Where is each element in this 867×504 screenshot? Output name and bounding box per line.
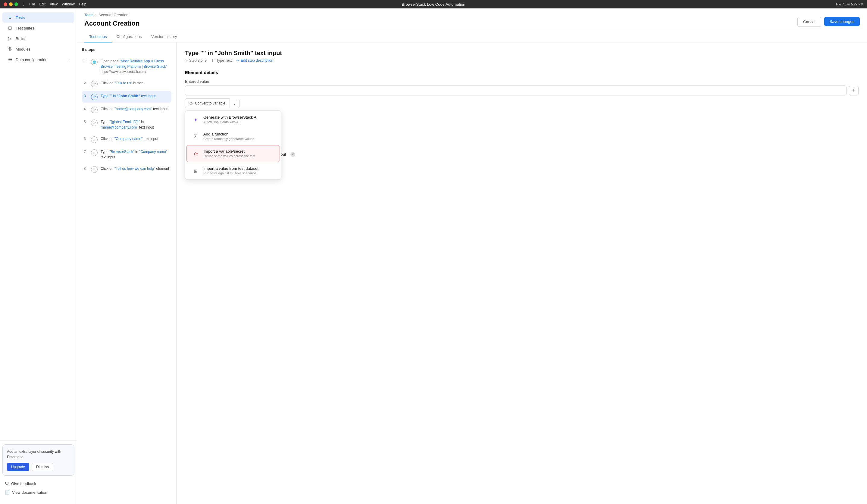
type-badge: Tr Type Text — [212, 58, 232, 63]
top-header: Tests › Account Creation Account Creatio… — [77, 9, 867, 31]
apple-icon:  — [23, 2, 24, 7]
close-btn[interactable] — [4, 2, 7, 6]
wait-time-row: Wait time secs Intelligent time-out ? — [185, 150, 858, 159]
content-area: 9 steps 1 🌐 Open page "Most Reliable App… — [77, 42, 867, 504]
menu-edit[interactable]: Edit — [39, 2, 45, 6]
window-title: BrowserStack Low Code Automation — [402, 2, 465, 7]
test-suites-icon: ⊞ — [7, 25, 13, 31]
step-item-1[interactable]: 1 🌐 Open page "Most Reliable App & Cross… — [82, 56, 171, 77]
step-badge-text: Step 3 of 9 — [189, 58, 207, 63]
dropdown-item-generate-ai[interactable]: ✦ Generate with BrowserStack AI Autofill… — [186, 111, 280, 128]
sidebar-item-tests[interactable]: ≡ Tests — [2, 12, 74, 23]
timeout-help-icon[interactable]: ? — [290, 152, 295, 157]
step-item-3[interactable]: 3 Tr Type "" in "John Smith" text input — [82, 91, 171, 103]
edit-icon: ✏ — [236, 58, 239, 63]
convert-dropdown-button[interactable]: ⌄ — [230, 99, 239, 108]
add-function-desc: Create randomly generated values — [203, 137, 254, 141]
import-dataset-desc: Run tests against multiple scenarios — [203, 171, 258, 175]
sidebar-item-label: Modules — [16, 47, 30, 52]
entered-value-row: + — [185, 86, 858, 96]
step-icon-8: Tr — [91, 166, 98, 173]
cancel-button[interactable]: Cancel — [798, 17, 821, 27]
step-item-8[interactable]: 8 Tr Click on "Tell us how we can help" … — [82, 164, 171, 175]
step-icon-6: Tr — [91, 136, 98, 143]
on-failure-section: On failure — [185, 164, 858, 169]
tab-test-steps[interactable]: Test steps — [84, 31, 112, 42]
breadcrumb-separator: › — [95, 13, 96, 17]
dropdown-item-import-variable[interactable]: ⟳ Import a variable/secret Reuse same va… — [186, 145, 280, 162]
dropdown-item-text-variable: Import a variable/secret Reuse same valu… — [204, 149, 255, 158]
dropdown-item-import-dataset[interactable]: ⊞ Import a value from test dataset Run t… — [186, 163, 280, 179]
step-icon-4: Tr — [91, 107, 98, 113]
sidebar-item-label: Data configuration — [16, 57, 47, 62]
sidebar: ≡ Tests ⊞ Test suites ▷ Builds ⇅ Modules… — [0, 9, 77, 504]
dismiss-button[interactable]: Dismiss — [32, 463, 53, 471]
step-num-6: 6 — [84, 137, 88, 141]
step-item-5[interactable]: 5 Tr Type "{global:Email ID}}" in "name@… — [82, 117, 171, 132]
override-locator-row: Override default locator ? — [185, 126, 858, 132]
element-configuration-section: Element configuration Override default l… — [185, 117, 858, 132]
sidebar-item-modules[interactable]: ⇅ Modules — [2, 44, 74, 54]
sidebar-item-test-suites[interactable]: ⊞ Test suites — [2, 23, 74, 33]
menu-window[interactable]: Window — [62, 2, 75, 6]
mac-titlebar:  File Edit View Window Help BrowserStac… — [0, 0, 867, 9]
header-left: Tests › Account Creation Account Creatio… — [84, 13, 139, 31]
tab-configurations[interactable]: Configurations — [112, 31, 147, 42]
step-text-6: Click on "Company name" text input — [100, 136, 158, 142]
app-layout: ≡ Tests ⊞ Test suites ▷ Builds ⇅ Modules… — [0, 9, 867, 504]
step-badge: ▷ Step 3 of 9 — [185, 58, 207, 63]
add-function-icon: Σ — [191, 132, 200, 141]
generate-ai-title: Generate with BrowserStack AI — [203, 115, 258, 120]
dropdown-item-text-function: Add a function Create randomly generated… — [203, 132, 254, 141]
enterprise-card: Add an extra layer of security with Ente… — [2, 445, 74, 476]
sidebar-nav: ≡ Tests ⊞ Test suites ▷ Builds ⇅ Modules… — [0, 12, 77, 438]
add-value-button[interactable]: + — [849, 86, 858, 96]
sidebar-item-label: Builds — [16, 36, 26, 41]
step-icon-1: 🌐 — [91, 59, 98, 65]
tab-version-history[interactable]: Version history — [147, 31, 182, 42]
step-settings-section: Step settings Wait time secs Intelligent… — [185, 140, 858, 159]
menu-help[interactable]: Help — [79, 2, 86, 6]
step-num-4: 4 — [84, 107, 88, 111]
dropdown-menu: ✦ Generate with BrowserStack AI Autofill… — [185, 110, 281, 180]
generate-ai-desc: Autofill input data with AI — [203, 120, 258, 124]
sidebar-item-label: Tests — [16, 15, 25, 20]
convert-to-variable-button[interactable]: ⟳ Convert to variable — [185, 98, 230, 108]
give-feedback-link[interactable]: 🗨 Give feedback — [2, 479, 74, 488]
tabs-bar: Test steps Configurations Version histor… — [77, 31, 867, 42]
mac-menu: File Edit View Window Help — [29, 2, 86, 6]
step-item-4[interactable]: 4 Tr Click on "name@company.com" text in… — [82, 104, 171, 116]
breadcrumb-parent[interactable]: Tests — [84, 13, 93, 17]
dropdown-item-add-function[interactable]: Σ Add a function Create randomly generat… — [186, 128, 280, 144]
page-title: Account Creation — [84, 20, 139, 28]
edit-link-label: Edit step description — [241, 58, 273, 63]
import-dataset-title: Import a value from test dataset — [203, 166, 258, 171]
save-changes-button[interactable]: Save changes — [824, 17, 860, 26]
step-item-7[interactable]: 7 Tr Type "BrowserStack" in "Company nam… — [82, 146, 171, 162]
minimize-btn[interactable] — [9, 2, 13, 6]
upgrade-button[interactable]: Upgrade — [7, 463, 29, 471]
element-details-section: Element details Entered value + ⟳ Conver… — [185, 70, 858, 108]
feedback-icon: 🗨 — [5, 481, 9, 486]
step-text-3: Type "" in "John Smith" text input — [100, 93, 156, 99]
step-item-2[interactable]: 2 Tr Click on "Talk to us" button — [82, 78, 171, 90]
maximize-btn[interactable] — [14, 2, 18, 6]
edit-step-description-link[interactable]: ✏ Edit step description — [236, 58, 273, 63]
menu-view[interactable]: View — [50, 2, 57, 6]
step-item-6[interactable]: 6 Tr Click on "Company name" text input — [82, 134, 171, 145]
enterprise-card-buttons: Upgrade Dismiss — [7, 463, 70, 471]
sidebar-item-data-configuration[interactable]: ☰ Data configuration › — [2, 55, 74, 65]
sidebar-item-label: Test suites — [16, 26, 34, 30]
sidebar-item-builds[interactable]: ▷ Builds — [2, 33, 74, 44]
entered-value-input[interactable] — [185, 86, 846, 96]
steps-count: 9 steps — [82, 47, 171, 52]
on-failure-title: On failure — [185, 164, 858, 169]
step-text-7: Type "BrowserStack" in "Company name" te… — [100, 149, 170, 160]
convert-icon: ⟳ — [190, 101, 193, 106]
menu-file[interactable]: File — [29, 2, 35, 6]
step-num-8: 8 — [84, 166, 88, 171]
step-text-5: Type "{global:Email ID}}" in "name@compa… — [100, 119, 170, 130]
docs-icon: 📄 — [5, 490, 10, 495]
view-documentation-link[interactable]: 📄 View documentation — [2, 488, 74, 497]
step-icon-2: Tr — [91, 81, 98, 87]
